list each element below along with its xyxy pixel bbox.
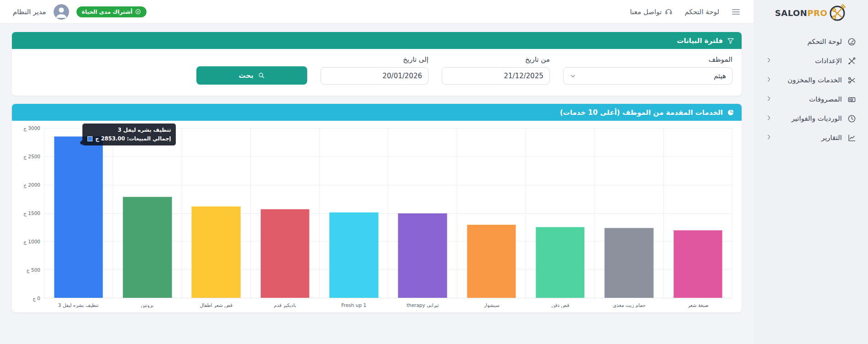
chart-card: الخدمات المقدمة من الموظف (أعلى 10 خدمات… bbox=[12, 104, 742, 312]
sidebar-item-4[interactable]: الورديات والفواتير bbox=[754, 109, 868, 128]
chart-line-icon bbox=[847, 134, 856, 142]
money-icon bbox=[847, 95, 856, 104]
bar-5[interactable] bbox=[398, 213, 447, 298]
date-to-field: إلى تاريخ bbox=[320, 55, 429, 85]
chart-card-header: الخدمات المقدمة من الموظف (أعلى 10 خدمات… bbox=[12, 104, 742, 121]
salon-scissors-logo-icon bbox=[828, 4, 846, 22]
bar-8[interactable] bbox=[604, 228, 653, 298]
date-from-input[interactable] bbox=[442, 67, 550, 85]
tooltip-caret bbox=[80, 140, 82, 145]
page-content: فلترة البيانات الموظف هيثم من تاريخ bbox=[0, 24, 754, 344]
topbar-nav-group: لوحة التحكم تواصل معنا bbox=[630, 7, 741, 16]
date-to-input[interactable] bbox=[320, 67, 429, 85]
y-tick-label: 500 ج bbox=[27, 267, 40, 273]
expand-chevron bbox=[765, 76, 772, 85]
tools-icon bbox=[847, 57, 856, 65]
brand-logo[interactable]: SALONPRO bbox=[754, 0, 868, 26]
sidebar-item-label: التقارير bbox=[821, 134, 842, 142]
chart-plot-area: تنظيف بشره ليفل 3 إجمالي المبيعات: 2853.… bbox=[44, 128, 732, 298]
sidebar-item-label: المصروفات bbox=[809, 95, 842, 103]
person-icon bbox=[54, 4, 69, 20]
bar-0[interactable] bbox=[54, 136, 103, 298]
sidebar-item-label: الإعدادات bbox=[815, 57, 842, 65]
main-column: لوحة التحكم تواصل معنا أشتراك مدى الحياة bbox=[0, 0, 754, 344]
chart-column bbox=[113, 128, 181, 298]
chart-column bbox=[319, 128, 388, 298]
chart-x-labels: تنظيف بشره ليفل 3بروتينقص شعر اطفالباديك… bbox=[44, 298, 732, 308]
employee-select[interactable]: هيثم bbox=[563, 67, 732, 85]
employee-field: الموظف هيثم bbox=[563, 55, 732, 85]
employee-label: الموظف bbox=[563, 55, 732, 64]
chart-column bbox=[594, 128, 663, 298]
x-tick-label: قص ذقن bbox=[526, 302, 595, 308]
subscription-badge: أشتراك مدى الحياة bbox=[76, 6, 147, 17]
chart-column bbox=[663, 128, 732, 298]
sidebar-item-5[interactable]: التقارير bbox=[754, 128, 868, 147]
chevron-right-icon bbox=[765, 57, 772, 64]
date-to-label: إلى تاريخ bbox=[320, 55, 429, 64]
filter-title: فلترة البيانات bbox=[677, 37, 723, 45]
x-tick-label: تنظيف بشره ليفل 3 bbox=[44, 302, 113, 308]
sidebar-item-3[interactable]: المصروفات bbox=[754, 90, 868, 109]
chart-tooltip: تنظيف بشره ليفل 3 إجمالي المبيعات: 2853.… bbox=[82, 124, 176, 145]
nav-dashboard-link[interactable]: لوحة التحكم bbox=[684, 8, 719, 16]
bar-6[interactable] bbox=[467, 225, 516, 298]
bar-3[interactable] bbox=[260, 209, 309, 298]
nav-contact-link[interactable]: تواصل معنا bbox=[630, 8, 673, 16]
x-tick-label: باديكير قدم bbox=[250, 302, 319, 308]
pie-chart-icon bbox=[727, 109, 734, 116]
expand-chevron bbox=[765, 134, 772, 142]
bar-4[interactable] bbox=[329, 212, 378, 298]
filter-card: فلترة البيانات الموظف هيثم من تاريخ bbox=[12, 32, 742, 96]
x-tick-label: حمام زيت مغذي bbox=[595, 302, 663, 308]
sidebar-item-label: الخدمات والمخزون bbox=[787, 76, 842, 84]
check-circle-icon bbox=[135, 9, 141, 15]
bar-1[interactable] bbox=[123, 197, 172, 298]
user-avatar[interactable] bbox=[54, 4, 69, 20]
chart-body: 0 ج500 ج1000 ج1500 ج2000 ج2500 ج3000 ج ت… bbox=[12, 121, 742, 312]
expand-chevron bbox=[765, 114, 772, 123]
date-from-field: من تاريخ bbox=[442, 55, 550, 85]
sidebar-toggle-hamburger-icon[interactable] bbox=[731, 7, 741, 16]
chart-title: الخدمات المقدمة من الموظف (أعلى 10 خدمات… bbox=[560, 108, 723, 117]
expand-chevron bbox=[765, 57, 772, 65]
chart-column bbox=[457, 128, 526, 298]
sidebar: SALONPRO لوحة التحكمالإعداداتالخدمات وال… bbox=[754, 0, 868, 344]
brand-name: SALONPRO bbox=[775, 8, 827, 18]
tooltip-value-row: إجمالي المبيعات: 2853.00 ج bbox=[87, 135, 171, 142]
x-tick-label: ثيرابي therapy bbox=[388, 302, 457, 308]
user-name[interactable]: مدير النظام bbox=[13, 8, 46, 16]
scissors-icon bbox=[847, 76, 856, 85]
x-tick-label: بروتين bbox=[113, 302, 181, 308]
bar-chart: 0 ج500 ج1000 ج1500 ج2000 ج2500 ج3000 ج ت… bbox=[21, 128, 732, 308]
filter-form: الموظف هيثم من تاريخ إلى تاريخ bbox=[12, 49, 742, 96]
headset-icon bbox=[665, 8, 673, 16]
x-tick-label: صبغة شعر bbox=[664, 302, 732, 308]
chevron-right-icon bbox=[765, 114, 772, 121]
bar-2[interactable] bbox=[191, 206, 240, 298]
tooltip-color-swatch bbox=[87, 136, 92, 141]
sidebar-item-1[interactable]: الإعدادات bbox=[754, 51, 868, 70]
chart-column bbox=[44, 128, 113, 298]
date-from-label: من تاريخ bbox=[442, 55, 550, 64]
chart-column bbox=[250, 128, 319, 298]
bar-9[interactable] bbox=[673, 230, 722, 298]
x-tick-label: سيشوار bbox=[457, 302, 526, 308]
topbar: لوحة التحكم تواصل معنا أشتراك مدى الحياة bbox=[0, 0, 754, 24]
app-root: SALONPRO لوحة التحكمالإعداداتالخدمات وال… bbox=[0, 0, 868, 344]
sidebar-item-0[interactable]: لوحة التحكم bbox=[754, 32, 868, 51]
bar-7[interactable] bbox=[536, 227, 585, 298]
chart-plot-wrap: تنظيف بشره ليفل 3 إجمالي المبيعات: 2853.… bbox=[44, 128, 732, 308]
tooltip-title: تنظيف بشره ليفل 3 bbox=[87, 127, 171, 133]
sidebar-item-2[interactable]: الخدمات والمخزون bbox=[754, 70, 868, 90]
chart-column bbox=[388, 128, 456, 298]
y-tick-label: 2500 ج bbox=[23, 154, 40, 159]
sidebar-menu: لوحة التحكمالإعداداتالخدمات والمخزونالمص… bbox=[754, 26, 868, 147]
x-tick-label: قص شعر اطفال bbox=[182, 302, 250, 308]
chevron-right-icon bbox=[765, 95, 772, 102]
filter-funnel-icon bbox=[727, 37, 734, 44]
search-button[interactable]: بحث bbox=[196, 66, 307, 85]
chart-column bbox=[526, 128, 594, 298]
clock-icon bbox=[847, 114, 856, 123]
chevron-down-icon bbox=[570, 73, 576, 80]
